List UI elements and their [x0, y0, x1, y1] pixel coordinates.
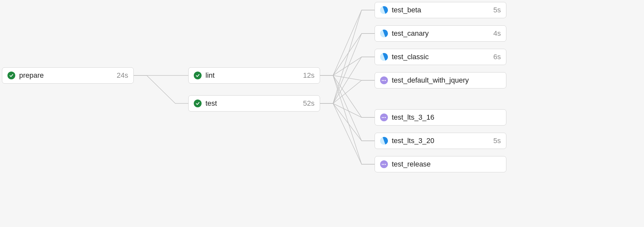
job-label: test: [205, 99, 301, 108]
edge-lint-to-test_classic: [320, 57, 375, 75]
job-label: test_release: [392, 160, 501, 168]
edge-test-to-test_beta: [320, 10, 375, 103]
job-label: test_canary: [392, 29, 491, 38]
job-card-test_lts_3_16[interactable]: •••test_lts_3_16: [375, 109, 506, 126]
job-duration: 24s: [117, 71, 128, 80]
edge-lint-to-test_lts_3_16: [320, 75, 375, 117]
edge-test-to-test_lts_3_16: [320, 103, 375, 117]
job-label: lint: [205, 71, 301, 80]
job-card-test_default_with_jquery[interactable]: •••test_default_with_jquery: [375, 72, 506, 88]
check-icon: [194, 100, 202, 107]
edge-test-to-test_default_with_jquery: [320, 80, 375, 103]
job-duration: 5s: [493, 137, 501, 145]
edge-test-to-test_classic: [320, 57, 375, 103]
running-icon: [380, 137, 388, 145]
waiting-icon: •••: [380, 160, 388, 168]
edge-test-to-test_lts_3_20: [320, 103, 375, 141]
running-icon: [380, 53, 388, 61]
job-duration: 5s: [493, 6, 501, 14]
job-duration: 4s: [493, 29, 501, 38]
job-label: test_lts_3_16: [392, 113, 501, 122]
connector-layer: [0, 0, 644, 227]
edge-test-to-test_release: [320, 103, 375, 164]
edge-lint-to-test_canary: [320, 33, 375, 75]
job-card-test_beta[interactable]: test_beta5s: [375, 2, 506, 18]
job-card-test[interactable]: test52s: [188, 95, 320, 112]
job-duration: 12s: [303, 71, 315, 80]
job-label: prepare: [19, 71, 114, 80]
edge-lint-to-test_beta: [320, 10, 375, 75]
edge-test-to-test_canary: [320, 33, 375, 103]
job-label: test_lts_3_20: [392, 137, 491, 145]
waiting-icon: •••: [380, 114, 388, 121]
job-card-test_lts_3_20[interactable]: test_lts_3_205s: [375, 133, 506, 149]
job-card-prepare[interactable]: prepare24s: [2, 67, 134, 84]
running-icon: [380, 30, 388, 37]
edge-lint-to-test_lts_3_20: [320, 75, 375, 141]
waiting-icon: •••: [380, 76, 388, 84]
job-card-lint[interactable]: lint12s: [188, 67, 320, 84]
job-card-test_canary[interactable]: test_canary4s: [375, 25, 506, 42]
job-duration: 52s: [303, 99, 315, 108]
edge-lint-to-test_default_with_jquery: [320, 75, 375, 80]
running-icon: [380, 6, 388, 14]
edge-prepare-to-test: [134, 75, 188, 103]
check-icon: [7, 72, 15, 79]
job-label: test_beta: [392, 6, 491, 14]
job-card-test_release[interactable]: •••test_release: [375, 156, 506, 172]
job-duration: 6s: [493, 53, 501, 61]
job-card-test_classic[interactable]: test_classic6s: [375, 49, 506, 65]
check-icon: [194, 72, 202, 79]
edge-lint-to-test_release: [320, 75, 375, 164]
job-label: test_default_with_jquery: [392, 76, 501, 85]
job-label: test_classic: [392, 53, 491, 61]
